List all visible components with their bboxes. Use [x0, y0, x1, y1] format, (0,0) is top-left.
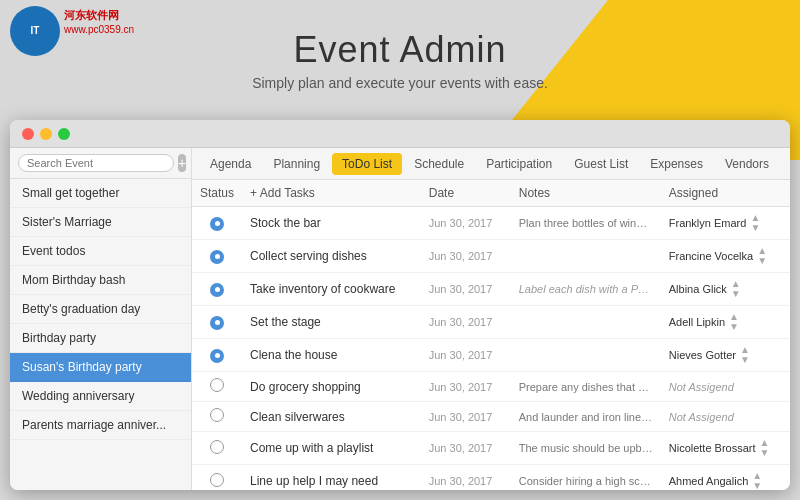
date-cell-5: Jun 30, 2017 [421, 372, 511, 402]
table-area[interactable]: Status+ Add TasksDateNotesAssigned Stock… [192, 180, 790, 490]
tab-expenses[interactable]: Expenses [640, 153, 713, 175]
sidebar-item-7[interactable]: Wedding anniversary [10, 382, 191, 411]
notes-cell-6: And launder and iron linens. [511, 402, 661, 432]
status-cell-1[interactable] [192, 240, 242, 273]
status-cell-2[interactable] [192, 273, 242, 306]
add-event-button[interactable]: + [178, 154, 186, 172]
assigned-name-2: Albina Glick [669, 283, 727, 295]
sidebar-list: Small get togetherSister's MarriageEvent… [10, 179, 191, 490]
logo-circle: IT [10, 6, 60, 56]
tab-agenda[interactable]: Agenda [200, 153, 261, 175]
date-cell-1: Jun 30, 2017 [421, 240, 511, 273]
table-row: Collect serving dishesJun 30, 2017Franci… [192, 240, 790, 273]
assigned-cell-2: Albina Glick▲▼ [661, 273, 790, 306]
sidebar-item-8[interactable]: Parents marriage anniver... [10, 411, 191, 440]
task-name-4: Clena the house [242, 339, 421, 372]
search-bar: + [10, 148, 191, 179]
maximize-button[interactable] [58, 128, 70, 140]
stepper-3[interactable]: ▲▼ [729, 312, 739, 332]
status-cell-5[interactable] [192, 372, 242, 402]
stepper-1[interactable]: ▲▼ [757, 246, 767, 266]
sidebar-item-2[interactable]: Event todos [10, 237, 191, 266]
sidebar-item-4[interactable]: Betty's graduation day [10, 295, 191, 324]
tab-schedule[interactable]: Schedule [404, 153, 474, 175]
col-header-0: Status [192, 180, 242, 207]
assigned-name-7: Nicolette Brossart [669, 442, 756, 454]
assigned-cell-0: Franklyn Emard▲▼ [661, 207, 790, 240]
tab-guest-list[interactable]: Guest List [564, 153, 638, 175]
col-header-1: + Add Tasks [242, 180, 421, 207]
table-row: Line up help I may needJun 30, 2017Consi… [192, 465, 790, 491]
assigned-cell-1: Francine Vocelka▲▼ [661, 240, 790, 273]
notes-cell-5: Prepare any dishes that can be [511, 372, 661, 402]
stepper-7[interactable]: ▲▼ [760, 438, 770, 458]
notes-cell-7: The music should be upbeat a [511, 432, 661, 465]
status-cell-3[interactable] [192, 306, 242, 339]
assigned-name-3: Adell Lipkin [669, 316, 725, 328]
status-cell-6[interactable] [192, 402, 242, 432]
notes-cell-0: Plan three bottles of wine for e [511, 207, 661, 240]
search-input[interactable] [18, 154, 174, 172]
date-cell-2: Jun 30, 2017 [421, 273, 511, 306]
date-cell-8: Jun 30, 2017 [421, 465, 511, 491]
tab-todo-list[interactable]: ToDo List [332, 153, 402, 175]
task-name-1: Collect serving dishes [242, 240, 421, 273]
assigned-cell-4: Nieves Gotter▲▼ [661, 339, 790, 372]
table-row: Clena the houseJun 30, 2017Nieves Gotter… [192, 339, 790, 372]
assigned-name-1: Francine Vocelka [669, 250, 753, 262]
tab-assign[interactable]: Assign [781, 153, 790, 175]
stepper-2[interactable]: ▲▼ [731, 279, 741, 299]
assigned-cell-7: Nicolette Brossart▲▼ [661, 432, 790, 465]
notes-cell-1 [511, 240, 661, 273]
assigned-cell-3: Adell Lipkin▲▼ [661, 306, 790, 339]
task-name-2: Take inventory of cookware [242, 273, 421, 306]
status-cell-0[interactable] [192, 207, 242, 240]
table-row: Set the stageJun 30, 2017Adell Lipkin▲▼ [192, 306, 790, 339]
title-bar [10, 120, 790, 148]
minimize-button[interactable] [40, 128, 52, 140]
col-header-3: Notes [511, 180, 661, 207]
header: Event Admin Simply plan and execute your… [0, 0, 800, 120]
task-name-7: Come up with a playlist [242, 432, 421, 465]
stepper-8[interactable]: ▲▼ [752, 471, 762, 490]
assigned-cell-5: Not Assigend [661, 372, 790, 402]
task-name-8: Line up help I may need [242, 465, 421, 491]
sidebar-item-1[interactable]: Sister's Marriage [10, 208, 191, 237]
table-row: Stock the barJun 30, 2017Plan three bott… [192, 207, 790, 240]
task-name-0: Stock the bar [242, 207, 421, 240]
stepper-0[interactable]: ▲▼ [750, 213, 760, 233]
date-cell-7: Jun 30, 2017 [421, 432, 511, 465]
sidebar-item-0[interactable]: Small get together [10, 179, 191, 208]
status-cell-7[interactable] [192, 432, 242, 465]
sidebar-item-5[interactable]: Birthday party [10, 324, 191, 353]
table-row: Do grocery shoppingJun 30, 2017Prepare a… [192, 372, 790, 402]
date-cell-4: Jun 30, 2017 [421, 339, 511, 372]
assigned-name-5: Not Assigend [669, 381, 734, 393]
task-name-6: Clean silverwares [242, 402, 421, 432]
table-row: Come up with a playlistJun 30, 2017The m… [192, 432, 790, 465]
main-window: + Small get togetherSister's MarriageEve… [10, 120, 790, 490]
task-name-3: Set the stage [242, 306, 421, 339]
notes-cell-8: Consider hiring a high school [511, 465, 661, 491]
sidebar-item-6[interactable]: Susan's Birthday party [10, 353, 191, 382]
date-cell-0: Jun 30, 2017 [421, 207, 511, 240]
assigned-name-0: Franklyn Emard [669, 217, 747, 229]
tab-planning[interactable]: Planning [263, 153, 330, 175]
notes-cell-3 [511, 306, 661, 339]
date-cell-3: Jun 30, 2017 [421, 306, 511, 339]
table-row: Take inventory of cookwareJun 30, 2017La… [192, 273, 790, 306]
app-subtitle: Simply plan and execute your events with… [252, 75, 548, 91]
status-cell-8[interactable] [192, 465, 242, 491]
tab-vendors[interactable]: Vendors [715, 153, 779, 175]
sidebar-item-3[interactable]: Mom Birthday bash [10, 266, 191, 295]
col-header-2: Date [421, 180, 511, 207]
table-row: Clean silverwaresJun 30, 2017And launder… [192, 402, 790, 432]
status-cell-4[interactable] [192, 339, 242, 372]
assigned-cell-6: Not Assigend [661, 402, 790, 432]
window-body: + Small get togetherSister's MarriageEve… [10, 148, 790, 490]
stepper-4[interactable]: ▲▼ [740, 345, 750, 365]
tab-participation[interactable]: Participation [476, 153, 562, 175]
assigned-cell-8: Ahmed Angalich▲▼ [661, 465, 790, 491]
site-url: www.pc0359.cn [64, 24, 134, 35]
close-button[interactable] [22, 128, 34, 140]
